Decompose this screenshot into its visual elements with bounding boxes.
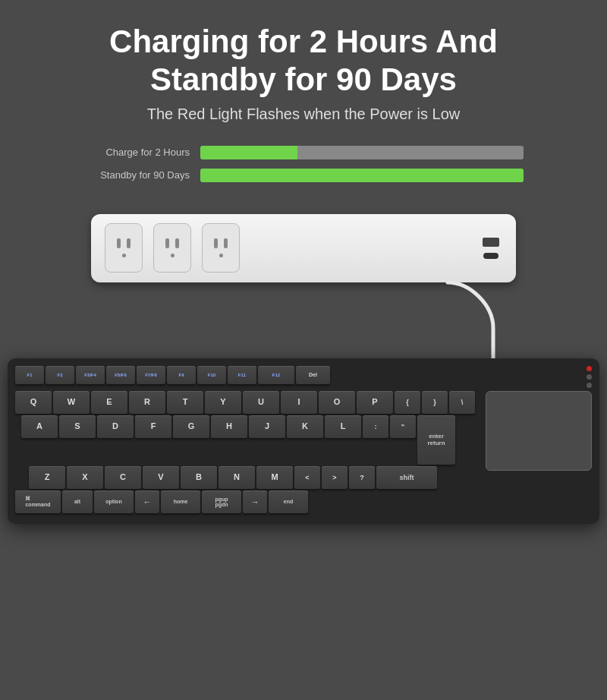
title-line1: Charging for 2 Hours And	[109, 24, 498, 59]
main-title: Charging for 2 Hours And Standby for 90 …	[109, 23, 498, 99]
standby-bar-track	[200, 169, 524, 182]
bars-section: Charge for 2 Hours Standby for 90 Days	[38, 146, 569, 191]
charge-label: Charge for 2 Hours	[83, 147, 190, 158]
key-s[interactable]: S	[59, 415, 96, 438]
subtitle: The Red Light Flashes when the Power is …	[109, 106, 498, 123]
key-f2[interactable]: F2	[46, 366, 74, 384]
key-f1[interactable]: F1	[15, 366, 44, 384]
key-e[interactable]: E	[91, 391, 127, 414]
hole-left	[117, 238, 121, 248]
standby-bar-row: Standby for 90 Days	[83, 169, 524, 182]
key-slash[interactable]: ?	[349, 466, 375, 489]
led-gray-2	[587, 383, 592, 388]
hole-right	[127, 238, 131, 248]
key-t[interactable]: T	[167, 391, 203, 414]
standby-bar-fill	[200, 169, 524, 182]
row-asdf: A S D F G H J K L : " enterre	[15, 415, 475, 465]
hole-ground	[219, 254, 223, 257]
key-a[interactable]: A	[21, 415, 58, 438]
outlet-2	[153, 223, 191, 273]
key-m[interactable]: M	[256, 466, 293, 489]
outlet-3-holes	[214, 238, 228, 248]
key-p[interactable]: P	[357, 391, 393, 414]
key-del[interactable]: Del	[296, 366, 330, 384]
key-comma[interactable]: <	[294, 466, 320, 489]
key-bracket-close[interactable]: }	[422, 391, 448, 414]
led-gray-1	[587, 374, 592, 380]
key-f[interactable]: F	[135, 415, 171, 438]
key-c[interactable]: C	[105, 466, 141, 489]
key-g[interactable]: G	[173, 415, 209, 438]
charge-bar-fill	[200, 146, 297, 159]
key-option[interactable]: option	[94, 490, 134, 513]
key-pgup[interactable]: pguppgdn	[202, 490, 241, 513]
charge-bar-row: Charge for 2 Hours	[83, 146, 524, 159]
key-f5[interactable]: F5/F6	[106, 366, 135, 384]
power-strip	[91, 214, 516, 282]
led-indicators	[587, 366, 592, 388]
header-section: Charging for 2 Hours And Standby for 90 …	[79, 0, 528, 146]
standby-label: Standby for 90 Days	[83, 169, 190, 181]
key-alt[interactable]: alt	[62, 490, 93, 513]
outlet-1	[105, 223, 143, 273]
key-enter[interactable]: enterreturn	[417, 415, 455, 465]
row-zxcv: Z X C V B N M < > ? shift	[15, 466, 475, 489]
hole-ground	[171, 254, 175, 257]
usb-ports-group	[480, 238, 502, 259]
key-q[interactable]: Q	[15, 391, 52, 414]
hole-right	[224, 238, 228, 248]
key-l[interactable]: L	[325, 415, 361, 438]
key-quote[interactable]: "	[390, 415, 416, 438]
key-home[interactable]: home	[161, 490, 200, 513]
key-arrow-right[interactable]: →	[243, 490, 267, 513]
key-f7[interactable]: F7/F8	[137, 366, 165, 384]
power-strip-area	[0, 207, 607, 358]
product-scene: F1 F2 F3/F4 F5/F6 F7/F8 F9 F10 F11 F12 D…	[0, 207, 607, 524]
key-semicolon[interactable]: :	[363, 415, 388, 438]
key-arrow-left[interactable]: ←	[135, 490, 159, 513]
key-i[interactable]: I	[281, 391, 317, 414]
key-backslash[interactable]: \	[449, 391, 475, 414]
key-w[interactable]: W	[53, 391, 90, 414]
outlets-group	[105, 223, 470, 273]
title-line2: Standby for 90 Days	[150, 61, 457, 97]
usb-a-port	[483, 238, 499, 247]
touchpad[interactable]	[486, 391, 592, 471]
charge-bar-track	[200, 146, 524, 159]
row-qwerty: Q W E R T Y U I O P { } \	[15, 391, 475, 414]
usb-c-port	[483, 253, 498, 259]
key-end[interactable]: end	[269, 490, 308, 513]
key-d[interactable]: D	[97, 415, 134, 438]
key-f9[interactable]: F9	[167, 366, 196, 384]
key-j[interactable]: J	[249, 415, 285, 438]
main-keyboard-area: Q W E R T Y U I O P { } \	[15, 391, 592, 515]
key-u[interactable]: U	[243, 391, 279, 414]
key-h[interactable]: H	[211, 415, 247, 438]
key-o[interactable]: O	[319, 391, 355, 414]
key-b[interactable]: B	[181, 466, 217, 489]
hole-left	[214, 238, 218, 248]
key-period[interactable]: >	[322, 466, 348, 489]
key-v[interactable]: V	[143, 466, 179, 489]
key-f12[interactable]: F12	[258, 366, 294, 384]
key-n[interactable]: N	[219, 466, 255, 489]
led-red	[587, 366, 592, 371]
key-r[interactable]: R	[129, 391, 165, 414]
hole-right	[175, 238, 179, 248]
key-shift-right[interactable]: shift	[376, 466, 437, 489]
outlet-3	[202, 223, 240, 273]
page-container: Charging for 2 Hours And Standby for 90 …	[0, 0, 607, 700]
key-y[interactable]: Y	[205, 391, 241, 414]
key-command[interactable]: ⌘command	[15, 490, 61, 513]
keyboard-wrapper: F1 F2 F3/F4 F5/F6 F7/F8 F9 F10 F11 F12 D…	[8, 358, 599, 524]
key-x[interactable]: X	[67, 466, 103, 489]
key-z[interactable]: Z	[29, 466, 65, 489]
keyboard-body: F1 F2 F3/F4 F5/F6 F7/F8 F9 F10 F11 F12 D…	[8, 358, 599, 524]
outlet-2-holes	[165, 238, 179, 248]
key-f10[interactable]: F10	[197, 366, 226, 384]
key-bracket-open[interactable]: {	[395, 391, 420, 414]
key-f3[interactable]: F3/F4	[76, 366, 105, 384]
hole-ground	[122, 254, 126, 257]
key-k[interactable]: K	[287, 415, 323, 438]
key-f11[interactable]: F11	[228, 366, 256, 384]
